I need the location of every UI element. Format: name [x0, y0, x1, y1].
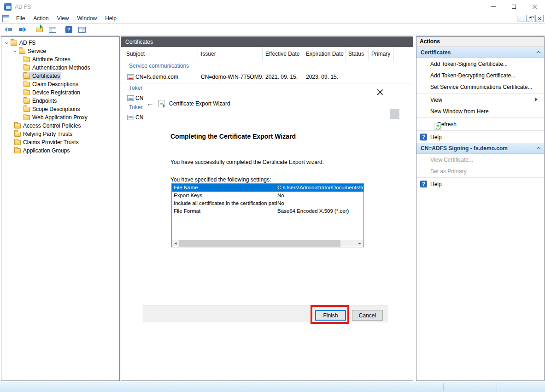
- status-bar-divider: [497, 383, 497, 391]
- child-close-button[interactable]: [535, 15, 544, 22]
- tree-item-device-registration[interactable]: Device Registration: [1, 88, 119, 97]
- chevron-up-icon: [537, 51, 540, 55]
- results-pane-title: Certificates: [121, 37, 413, 47]
- column-expiration-date[interactable]: Expiration Date: [303, 47, 346, 61]
- dialog-close-button[interactable]: [375, 88, 385, 97]
- tree-item-claim-descriptions[interactable]: Claim Descriptions: [1, 80, 119, 88]
- column-effective-date[interactable]: Effective Date: [263, 47, 303, 61]
- tree-item-adfs[interactable]: AD FS: [1, 39, 119, 47]
- tree-item-web-application-proxy[interactable]: Web Application Proxy: [1, 113, 119, 122]
- action-add-token-decrypting-certificate[interactable]: Add Token-Decrypting Certificate...: [416, 70, 544, 81]
- settings-row-include-certs[interactable]: Include all certificates in the certific…: [172, 199, 363, 207]
- list-scrollbar-thumb[interactable]: [390, 109, 399, 119]
- action-label: Set as Primary: [430, 168, 467, 175]
- tree-item-access-control-policies[interactable]: Access Control Policies: [1, 122, 119, 130]
- folder-icon: [14, 123, 21, 129]
- section-header-certificates[interactable]: Certificates: [416, 47, 544, 58]
- folder-icon: [23, 107, 30, 112]
- wizard-back-button[interactable]: [147, 100, 154, 107]
- close-button[interactable]: [524, 0, 545, 13]
- tree-item-claims-provider-trusts[interactable]: Claims Provider Trusts: [1, 138, 119, 146]
- chevron-up-icon: [537, 147, 540, 151]
- child-minimize-button[interactable]: [517, 15, 525, 22]
- column-issuer[interactable]: Issuer: [198, 47, 263, 61]
- child-window-controls: [517, 15, 544, 22]
- menu-help[interactable]: Help: [101, 13, 121, 23]
- tree-item-attribute-stores[interactable]: Attribute Stores: [1, 55, 119, 64]
- action-label: View: [430, 97, 442, 103]
- folder-icon: [19, 49, 25, 54]
- horizontal-scrollbar: [172, 240, 363, 247]
- separator: [416, 93, 544, 94]
- folder-icon: [23, 82, 30, 87]
- forward-button[interactable]: [17, 25, 27, 34]
- help-button[interactable]: [64, 25, 74, 34]
- action-help[interactable]: Help: [416, 131, 544, 143]
- minimize-button[interactable]: [483, 0, 504, 13]
- column-filler: [394, 47, 413, 61]
- menu-window[interactable]: Window: [73, 13, 101, 23]
- settings-row-file-name[interactable]: File Name C:\Users\Administrator\Documen…: [172, 184, 363, 192]
- console-tree: AD FS Service Attribute Stores Authentic…: [1, 36, 120, 381]
- tree-item-scope-descriptions[interactable]: Scope Descriptions: [1, 105, 119, 113]
- cancel-button[interactable]: Cancel: [352, 310, 383, 321]
- folder-icon: [23, 90, 30, 95]
- tree-item-certificates[interactable]: Certificates: [1, 72, 119, 80]
- menu-view[interactable]: View: [53, 13, 73, 23]
- action-set-as-primary: Set as Primary: [416, 165, 544, 177]
- tree-item-application-groups[interactable]: Application Groups: [1, 146, 119, 155]
- title-bar: AD FS: [0, 0, 545, 13]
- column-primary[interactable]: Primary: [369, 47, 394, 61]
- export-list-button[interactable]: [34, 25, 44, 34]
- settings-row-file-format[interactable]: File Format Base64 Encoded X.509 (*.cer): [172, 207, 363, 215]
- scroll-left-button[interactable]: [172, 240, 179, 247]
- action-new-window-from-here[interactable]: New Window from Here: [416, 105, 544, 117]
- section-header-label: Certificates: [421, 49, 537, 56]
- restore-icon: [529, 18, 532, 20]
- scroll-right-button[interactable]: [356, 240, 363, 247]
- back-button[interactable]: [4, 25, 14, 34]
- cert-subject: CN=fs.demo.com: [135, 74, 178, 80]
- folder-icon: [14, 132, 21, 137]
- tree-item-endpoints[interactable]: Endpoints: [1, 97, 119, 105]
- column-status[interactable]: Status: [346, 47, 369, 61]
- close-icon: [538, 17, 542, 21]
- chevron-down-icon[interactable]: [3, 42, 10, 44]
- show-action-pane-button[interactable]: [77, 25, 87, 34]
- section-header-adfs-signing[interactable]: CN=ADFS Signing - fs.demo.com: [416, 143, 544, 154]
- action-add-token-signing-certificate[interactable]: Add Token-Signing Certificate...: [416, 58, 544, 70]
- tree-item-label: Application Groups: [23, 147, 70, 154]
- menu-action[interactable]: Action: [29, 13, 53, 23]
- tree-item-label: Attribute Stores: [32, 56, 70, 63]
- action-set-service-communications-certificate[interactable]: Set Service Communications Certificate..…: [416, 81, 544, 93]
- scrollbar-thumb[interactable]: [179, 240, 340, 247]
- help-icon: [65, 26, 72, 33]
- action-help-2[interactable]: Help: [416, 178, 544, 190]
- action-refresh[interactable]: Refresh: [416, 118, 544, 130]
- certificate-row[interactable]: CN=fs.demo.com CN=demo-WIN-7T5OM9... 202…: [121, 71, 413, 83]
- child-restore-button[interactable]: [526, 15, 534, 22]
- action-view[interactable]: View: [416, 94, 544, 105]
- tree-item-relying-party-trusts[interactable]: Relying Party Trusts: [1, 130, 119, 138]
- wizard-footer: Finish Cancel: [143, 305, 388, 322]
- settings-row-export-keys[interactable]: Export Keys No: [172, 192, 363, 199]
- show-console-tree-button[interactable]: [47, 25, 58, 34]
- actions-pane: Actions Certificates Add Token-Signing C…: [416, 36, 545, 381]
- status-bar: [0, 382, 545, 392]
- settings-list-empty-area: [172, 215, 363, 240]
- finish-button[interactable]: Finish: [315, 310, 346, 321]
- setting-name: Export Keys: [172, 192, 277, 199]
- column-subject[interactable]: Subject: [121, 47, 198, 61]
- menu-file[interactable]: File: [12, 13, 29, 23]
- folder-icon: [14, 148, 21, 153]
- action-label: Help: [430, 134, 442, 140]
- console-icon: [2, 15, 9, 22]
- tree-item-authentication-methods[interactable]: Authentication Methods: [1, 64, 119, 72]
- chevron-down-icon[interactable]: [12, 51, 18, 52]
- setting-value: No: [277, 192, 363, 199]
- folder-icon: [23, 57, 30, 62]
- maximize-button[interactable]: [504, 0, 524, 13]
- wizard-settings-label: You have specified the following setting…: [170, 176, 271, 183]
- tree-item-label: Authentication Methods: [32, 64, 90, 71]
- tree-item-service[interactable]: Service: [1, 47, 119, 55]
